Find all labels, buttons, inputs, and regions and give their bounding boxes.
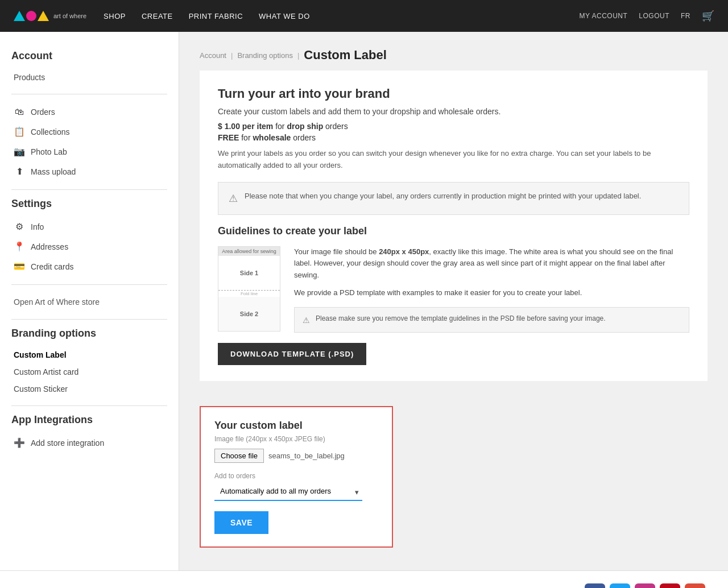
custom-label-form-title: Your custom label	[214, 420, 378, 432]
sidebar-branding-title: Branding options	[11, 328, 167, 339]
info-gear-icon: ⚙	[14, 221, 25, 232]
main-content: Account | Branding options | Custom Labe…	[179, 32, 728, 570]
footer-top: ABOUT US CONTACT US HELP f t ● P g+	[0, 570, 728, 588]
top-navigation: art of where SHOP CREATE PRINT FABRIC WH…	[0, 0, 728, 32]
warning-box-2: ⚠ Please make sure you remove the templa…	[294, 307, 689, 333]
download-template-button[interactable]: DOWNLOAD TEMPLATE (.PSD)	[218, 343, 366, 365]
label-fold: Fold line	[218, 290, 280, 297]
sidebar-item-orders[interactable]: 🛍 Orders	[11, 102, 167, 122]
price-wholesale: wholesale	[253, 133, 291, 142]
nav-what-we-do[interactable]: WHAT WE DO	[259, 12, 310, 20]
footer-social: f t ● P g+	[585, 583, 705, 588]
nav-print-fabric[interactable]: PRINT FABRIC	[189, 12, 243, 20]
collections-icon: 📋	[14, 126, 25, 137]
logout-link[interactable]: LOGOUT	[639, 12, 669, 20]
logo-pink-circle	[26, 11, 36, 21]
sidebar-item-mass-upload[interactable]: ⬆ Mass upload	[11, 162, 167, 181]
price-suffix1: for	[275, 122, 287, 131]
logo-text: art of where	[53, 13, 86, 20]
choose-file-button[interactable]: Choose file	[214, 449, 264, 463]
save-button[interactable]: SAVE	[214, 511, 268, 534]
addresses-icon: 📍	[14, 241, 25, 252]
price-free: FREE	[218, 133, 239, 142]
guidelines-description: Your image file should be 240px x 450px,…	[294, 246, 689, 333]
cart-icon[interactable]: 🛒	[702, 10, 714, 22]
facebook-icon[interactable]: f	[585, 583, 605, 588]
file-input-row: Choose file seams_to_be_label.jpg	[214, 449, 378, 463]
breadcrumb-account[interactable]: Account	[200, 51, 226, 60]
label-preview-header: Area allowed for sewing	[218, 247, 280, 256]
warning-text-1: Please note that when you change your la…	[245, 191, 641, 202]
sidebar-item-add-store[interactable]: ➕ Add store integration	[11, 433, 167, 453]
warning-icon-2: ⚠	[303, 314, 310, 326]
mass-upload-icon: ⬆	[14, 166, 25, 177]
sidebar-open-store[interactable]: Open Art of Where store	[11, 293, 167, 311]
language-link[interactable]: FR	[681, 12, 690, 20]
sidebar-item-custom-label[interactable]: Custom Label	[11, 346, 167, 363]
main-nav-links: SHOP CREATE PRINT FABRIC WHAT WE DO	[104, 12, 310, 20]
sidebar-account-title: Account	[11, 50, 167, 62]
breadcrumb-branding[interactable]: Branding options	[237, 51, 293, 60]
label-preview: Area allowed for sewing Side 1 Fold line…	[218, 246, 280, 332]
guidelines-text-p1: Your image file should be 240px x 450px,…	[294, 246, 689, 281]
add-store-icon: ➕	[14, 437, 25, 448]
sidebar-item-collections[interactable]: 📋 Collections	[11, 122, 167, 142]
google-plus-icon[interactable]: g+	[685, 583, 705, 588]
hero-description: We print your labels as you order so you…	[218, 148, 689, 172]
guidelines-title: Guidelines to create your label	[218, 225, 689, 237]
sidebar: Account Products 🛍 Orders 📋 Collections …	[0, 32, 179, 570]
sidebar-item-photo-lab[interactable]: 📷 Photo Lab	[11, 142, 167, 162]
nav-create[interactable]: CREATE	[142, 12, 173, 20]
price-line-1: $ 1.00 per item for drop ship orders	[218, 122, 689, 131]
sidebar-item-addresses[interactable]: 📍 Addresses	[11, 237, 167, 256]
sidebar-item-products[interactable]: Products	[11, 69, 167, 86]
breadcrumb-sep2: |	[297, 51, 299, 60]
sidebar-settings-title: Settings	[11, 198, 167, 210]
sidebar-item-info[interactable]: ⚙ Info	[11, 217, 167, 237]
twitter-icon[interactable]: t	[610, 583, 630, 588]
price-line-2: FREE for wholesale orders	[218, 133, 689, 142]
price-end1: orders	[325, 122, 348, 131]
sidebar-item-custom-artist-card[interactable]: Custom Artist card	[11, 363, 167, 380]
credit-card-icon: 💳	[14, 261, 25, 272]
logo-yellow-triangle	[38, 11, 49, 21]
breadcrumb-sep1: |	[231, 51, 233, 60]
orders-icon: 🛍	[14, 107, 25, 117]
label-side-2: Side 2	[218, 297, 280, 331]
custom-label-form: Your custom label Image file (240px x 45…	[200, 406, 393, 548]
file-name-display: seams_to_be_label.jpg	[268, 452, 345, 460]
breadcrumb: Account | Branding options | Custom Labe…	[200, 48, 708, 63]
instagram-icon[interactable]: ●	[635, 583, 655, 588]
add-to-orders-wrapper: Automatically add to all my orders Do no…	[214, 482, 362, 501]
pinterest-icon[interactable]: P	[660, 583, 680, 588]
warning-text-2: Please make sure you remove the template…	[316, 313, 606, 324]
guidelines-content: Area allowed for sewing Side 1 Fold line…	[218, 246, 689, 333]
sidebar-item-credit-cards[interactable]: 💳 Credit cards	[11, 256, 167, 276]
breadcrumb-current: Custom Label	[304, 48, 386, 63]
guidelines-text-p2: We provide a PSD template with examples …	[294, 287, 689, 299]
price-drop-ship: drop ship	[287, 122, 323, 131]
add-to-orders-label: Add to orders	[214, 472, 378, 480]
price-suffix2: for	[241, 133, 253, 142]
warning-box-1: ⚠ Please note that when you change your …	[218, 182, 689, 215]
my-account-link[interactable]: MY ACCOUNT	[580, 12, 628, 20]
nav-shop[interactable]: SHOP	[104, 12, 126, 20]
photo-lab-icon: 📷	[14, 146, 25, 157]
file-hint: Image file (240px x 450px JPEG file)	[214, 435, 378, 443]
logo-teal-triangle	[14, 11, 25, 21]
hero-subtitle: Create your custom labels and add them t…	[218, 107, 689, 116]
label-side-1: Side 1	[218, 256, 280, 290]
price-end2: orders	[293, 133, 316, 142]
sidebar-app-integrations-title: App Integrations	[11, 414, 167, 426]
sidebar-item-custom-sticker[interactable]: Custom Sticker	[11, 380, 167, 397]
hero-title: Turn your art into your brand	[218, 86, 689, 101]
hero-section: Turn your art into your brand Create you…	[200, 71, 708, 381]
price-amount: $ 1.00 per item	[218, 122, 273, 131]
logo[interactable]: art of where	[14, 11, 86, 21]
add-to-orders-select[interactable]: Automatically add to all my orders Do no…	[214, 482, 362, 501]
top-nav-right: MY ACCOUNT LOGOUT FR 🛒	[580, 10, 714, 22]
warning-icon-1: ⚠	[229, 191, 238, 206]
